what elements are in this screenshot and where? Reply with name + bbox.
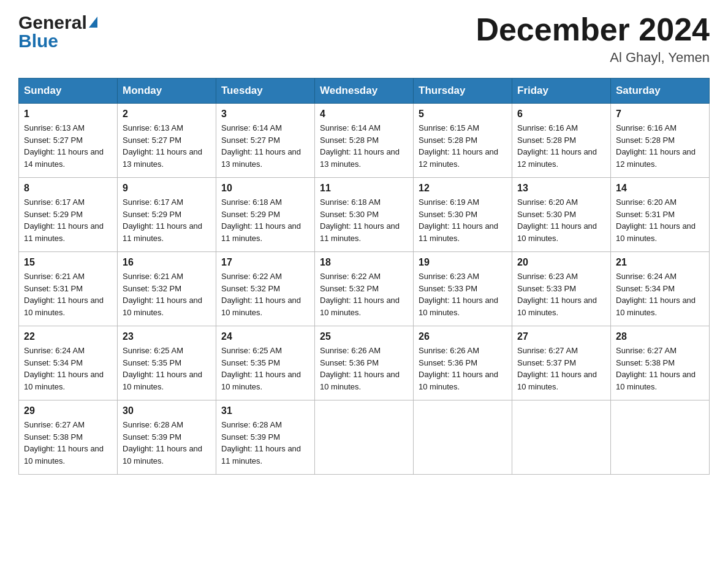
week-row-2: 8 Sunrise: 6:17 AMSunset: 5:29 PMDayligh… xyxy=(19,178,710,252)
day-info: Sunrise: 6:28 AMSunset: 5:39 PMDaylight:… xyxy=(221,420,301,465)
day-info: Sunrise: 6:26 AMSunset: 5:36 PMDaylight:… xyxy=(419,346,498,391)
day-info: Sunrise: 6:27 AMSunset: 5:37 PMDaylight:… xyxy=(517,346,597,391)
day-number: 19 xyxy=(419,257,507,268)
day-info: Sunrise: 6:18 AMSunset: 5:29 PMDaylight:… xyxy=(221,197,301,243)
day-info: Sunrise: 6:22 AMSunset: 5:32 PMDaylight:… xyxy=(320,272,400,317)
day-number: 20 xyxy=(517,257,605,268)
calendar-cell: 4 Sunrise: 6:14 AMSunset: 5:28 PMDayligh… xyxy=(315,104,414,178)
day-number: 17 xyxy=(221,257,309,268)
day-info: Sunrise: 6:13 AMSunset: 5:27 PMDaylight:… xyxy=(123,123,202,169)
calendar-cell: 5 Sunrise: 6:15 AMSunset: 5:28 PMDayligh… xyxy=(414,104,512,178)
day-info: Sunrise: 6:24 AMSunset: 5:34 PMDaylight:… xyxy=(616,272,696,317)
day-number: 7 xyxy=(616,109,704,120)
calendar-cell: 16 Sunrise: 6:21 AMSunset: 5:32 PMDaylig… xyxy=(118,252,216,326)
calendar-cell: 10 Sunrise: 6:18 AMSunset: 5:29 PMDaylig… xyxy=(216,178,315,252)
day-info: Sunrise: 6:13 AMSunset: 5:27 PMDaylight:… xyxy=(24,123,104,169)
calendar-cell: 11 Sunrise: 6:18 AMSunset: 5:30 PMDaylig… xyxy=(315,178,414,252)
calendar-cell: 18 Sunrise: 6:22 AMSunset: 5:32 PMDaylig… xyxy=(315,252,414,326)
week-row-1: 1 Sunrise: 6:13 AMSunset: 5:27 PMDayligh… xyxy=(19,104,710,178)
logo-arrow-icon xyxy=(89,17,97,28)
calendar-cell xyxy=(315,400,414,475)
calendar-cell: 14 Sunrise: 6:20 AMSunset: 5:31 PMDaylig… xyxy=(611,178,710,252)
day-number: 5 xyxy=(419,109,507,120)
day-info: Sunrise: 6:16 AMSunset: 5:28 PMDaylight:… xyxy=(616,123,696,169)
day-number: 31 xyxy=(221,405,309,416)
calendar-cell: 2 Sunrise: 6:13 AMSunset: 5:27 PMDayligh… xyxy=(118,104,216,178)
week-row-4: 22 Sunrise: 6:24 AMSunset: 5:34 PMDaylig… xyxy=(19,326,710,400)
day-number: 30 xyxy=(123,405,211,416)
calendar-cell xyxy=(512,400,611,475)
day-number: 12 xyxy=(419,183,507,194)
calendar-cell: 25 Sunrise: 6:26 AMSunset: 5:36 PMDaylig… xyxy=(315,326,414,400)
day-number: 9 xyxy=(123,183,211,194)
day-number: 16 xyxy=(123,257,211,268)
day-number: 6 xyxy=(517,109,605,120)
calendar-cell: 20 Sunrise: 6:23 AMSunset: 5:33 PMDaylig… xyxy=(512,252,611,326)
calendar-cell: 22 Sunrise: 6:24 AMSunset: 5:34 PMDaylig… xyxy=(19,326,118,400)
day-number: 15 xyxy=(24,257,112,268)
col-header-saturday: Saturday xyxy=(611,79,710,104)
day-number: 3 xyxy=(221,109,309,120)
col-header-tuesday: Tuesday xyxy=(216,79,315,104)
day-number: 10 xyxy=(221,183,309,194)
calendar-cell: 27 Sunrise: 6:27 AMSunset: 5:37 PMDaylig… xyxy=(512,326,611,400)
day-number: 29 xyxy=(24,405,112,416)
calendar-cell: 24 Sunrise: 6:25 AMSunset: 5:35 PMDaylig… xyxy=(216,326,315,400)
day-number: 18 xyxy=(320,257,408,268)
day-info: Sunrise: 6:27 AMSunset: 5:38 PMDaylight:… xyxy=(616,346,696,391)
calendar-header-row: SundayMondayTuesdayWednesdayThursdayFrid… xyxy=(19,79,710,104)
col-header-thursday: Thursday xyxy=(414,79,512,104)
calendar-cell: 26 Sunrise: 6:26 AMSunset: 5:36 PMDaylig… xyxy=(414,326,512,400)
col-header-monday: Monday xyxy=(118,79,216,104)
calendar-cell: 31 Sunrise: 6:28 AMSunset: 5:39 PMDaylig… xyxy=(216,400,315,475)
calendar-cell: 13 Sunrise: 6:20 AMSunset: 5:30 PMDaylig… xyxy=(512,178,611,252)
location: Al Ghayl, Yemen xyxy=(476,50,710,66)
day-info: Sunrise: 6:14 AMSunset: 5:28 PMDaylight:… xyxy=(320,123,400,169)
day-number: 22 xyxy=(24,331,112,342)
calendar-cell: 19 Sunrise: 6:23 AMSunset: 5:33 PMDaylig… xyxy=(414,252,512,326)
day-info: Sunrise: 6:25 AMSunset: 5:35 PMDaylight:… xyxy=(123,346,202,391)
calendar-cell: 12 Sunrise: 6:19 AMSunset: 5:30 PMDaylig… xyxy=(414,178,512,252)
day-info: Sunrise: 6:28 AMSunset: 5:39 PMDaylight:… xyxy=(123,420,202,465)
day-info: Sunrise: 6:24 AMSunset: 5:34 PMDaylight:… xyxy=(24,346,104,391)
day-info: Sunrise: 6:17 AMSunset: 5:29 PMDaylight:… xyxy=(123,197,202,243)
day-info: Sunrise: 6:14 AMSunset: 5:27 PMDaylight:… xyxy=(221,123,301,169)
day-info: Sunrise: 6:19 AMSunset: 5:30 PMDaylight:… xyxy=(419,197,498,243)
logo-general: General xyxy=(18,12,87,33)
day-number: 8 xyxy=(24,183,112,194)
day-info: Sunrise: 6:17 AMSunset: 5:29 PMDaylight:… xyxy=(24,197,104,243)
month-title: December 2024 xyxy=(476,12,710,47)
calendar-cell: 3 Sunrise: 6:14 AMSunset: 5:27 PMDayligh… xyxy=(216,104,315,178)
day-info: Sunrise: 6:27 AMSunset: 5:38 PMDaylight:… xyxy=(24,420,104,465)
logo-blue: Blue xyxy=(18,31,58,51)
day-info: Sunrise: 6:25 AMSunset: 5:35 PMDaylight:… xyxy=(221,346,301,391)
day-number: 14 xyxy=(616,183,704,194)
calendar-table: SundayMondayTuesdayWednesdayThursdayFrid… xyxy=(18,78,710,475)
calendar-cell: 21 Sunrise: 6:24 AMSunset: 5:34 PMDaylig… xyxy=(611,252,710,326)
col-header-sunday: Sunday xyxy=(19,79,118,104)
calendar-cell: 15 Sunrise: 6:21 AMSunset: 5:31 PMDaylig… xyxy=(19,252,118,326)
calendar-cell: 7 Sunrise: 6:16 AMSunset: 5:28 PMDayligh… xyxy=(611,104,710,178)
day-number: 11 xyxy=(320,183,408,194)
day-number: 26 xyxy=(419,331,507,342)
day-info: Sunrise: 6:20 AMSunset: 5:31 PMDaylight:… xyxy=(616,197,696,243)
calendar-cell: 6 Sunrise: 6:16 AMSunset: 5:28 PMDayligh… xyxy=(512,104,611,178)
day-info: Sunrise: 6:18 AMSunset: 5:30 PMDaylight:… xyxy=(320,197,400,243)
day-number: 27 xyxy=(517,331,605,342)
calendar-cell: 30 Sunrise: 6:28 AMSunset: 5:39 PMDaylig… xyxy=(118,400,216,475)
week-row-3: 15 Sunrise: 6:21 AMSunset: 5:31 PMDaylig… xyxy=(19,252,710,326)
day-number: 25 xyxy=(320,331,408,342)
calendar-cell: 23 Sunrise: 6:25 AMSunset: 5:35 PMDaylig… xyxy=(118,326,216,400)
day-number: 4 xyxy=(320,109,408,120)
calendar-cell: 8 Sunrise: 6:17 AMSunset: 5:29 PMDayligh… xyxy=(19,178,118,252)
day-number: 23 xyxy=(123,331,211,342)
day-info: Sunrise: 6:23 AMSunset: 5:33 PMDaylight:… xyxy=(419,272,498,317)
day-number: 21 xyxy=(616,257,704,268)
day-info: Sunrise: 6:22 AMSunset: 5:32 PMDaylight:… xyxy=(221,272,301,317)
day-number: 2 xyxy=(123,109,211,120)
calendar-cell: 29 Sunrise: 6:27 AMSunset: 5:38 PMDaylig… xyxy=(19,400,118,475)
col-header-friday: Friday xyxy=(512,79,611,104)
day-info: Sunrise: 6:21 AMSunset: 5:31 PMDaylight:… xyxy=(24,272,104,317)
calendar-cell xyxy=(611,400,710,475)
calendar-cell: 1 Sunrise: 6:13 AMSunset: 5:27 PMDayligh… xyxy=(19,104,118,178)
